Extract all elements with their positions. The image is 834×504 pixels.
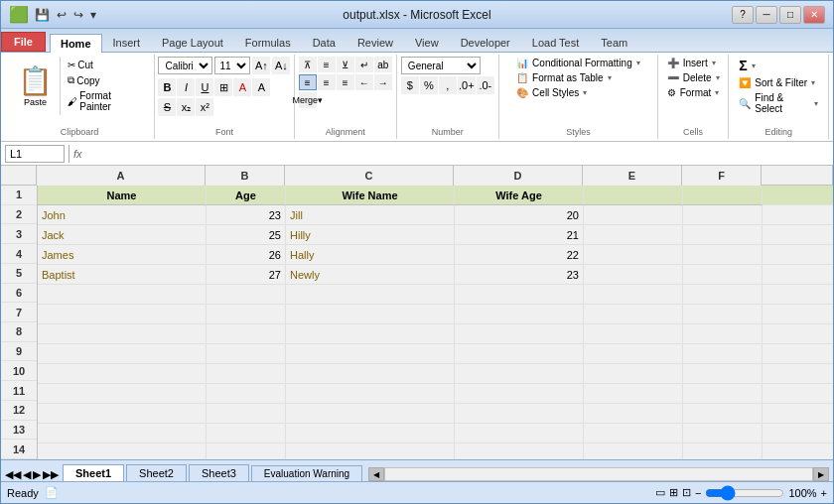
cell-c7[interactable]: [286, 305, 455, 324]
cell-f1[interactable]: [683, 186, 763, 205]
italic-button[interactable]: I: [177, 78, 195, 96]
tab-review[interactable]: Review: [347, 33, 404, 52]
cell-e5[interactable]: [584, 265, 683, 285]
cell-d11[interactable]: [455, 384, 584, 404]
cell-b8[interactable]: [207, 324, 286, 344]
cell-e10[interactable]: [584, 364, 683, 384]
currency-button[interactable]: $: [401, 76, 419, 94]
cell-e11[interactable]: [584, 384, 683, 404]
row-num-1[interactable]: 1: [1, 186, 37, 205]
superscript-button[interactable]: x²: [196, 98, 213, 116]
row-num-3[interactable]: 3: [1, 224, 37, 244]
cell-c9[interactable]: [286, 344, 455, 364]
font-family-select[interactable]: Calibri: [158, 57, 212, 74]
underline-button[interactable]: U: [196, 78, 213, 96]
col-header-c[interactable]: C: [285, 166, 454, 186]
cell-b11[interactable]: [207, 384, 286, 404]
sort-filter-button[interactable]: 🔽 Sort & Filter ▾: [735, 76, 819, 89]
row-num-2[interactable]: 2: [1, 205, 37, 225]
cell-a12[interactable]: [38, 404, 207, 424]
percent-button[interactable]: %: [420, 76, 438, 94]
customize-icon[interactable]: ▾: [88, 7, 98, 23]
cut-button[interactable]: ✂ Cut: [65, 59, 144, 71]
cell-f12[interactable]: [683, 404, 763, 424]
format-table-button[interactable]: 📋 Format as Table ▾: [512, 71, 616, 84]
format-painter-button[interactable]: 🖌 Format Painter: [65, 89, 144, 113]
find-select-button[interactable]: 🔍 Find & Select ▾: [735, 91, 822, 115]
formula-input[interactable]: [86, 145, 829, 163]
cell-c4[interactable]: Hally: [286, 245, 455, 265]
decrease-font-button[interactable]: A↓: [272, 57, 290, 74]
sheet-nav-prev[interactable]: ◀: [23, 468, 31, 481]
subscript-button[interactable]: x₂: [177, 98, 195, 116]
font-color-button[interactable]: A: [252, 78, 270, 96]
tab-data[interactable]: Data: [302, 33, 347, 52]
orientation-button[interactable]: ab: [374, 57, 392, 72]
cell-e6[interactable]: [584, 285, 683, 305]
cell-c5[interactable]: Newly: [286, 265, 455, 285]
align-left-button[interactable]: ≡: [299, 74, 317, 90]
cell-a10[interactable]: [38, 364, 207, 384]
cell-f4[interactable]: [683, 245, 763, 265]
cell-d1[interactable]: Wife Age: [455, 186, 584, 205]
align-bottom-button[interactable]: ⊻: [337, 57, 354, 72]
scroll-track[interactable]: [384, 467, 813, 481]
cell-b13[interactable]: [207, 424, 286, 443]
cell-f13[interactable]: [683, 424, 763, 443]
cell-c10[interactable]: [286, 364, 455, 384]
row-num-6[interactable]: 6: [1, 284, 37, 304]
cell-f9[interactable]: [683, 344, 763, 364]
cell-d10[interactable]: [455, 364, 584, 384]
scroll-left-button[interactable]: ◀: [368, 467, 384, 481]
row-num-5[interactable]: 5: [1, 264, 37, 284]
sheet-nav-first[interactable]: ◀◀: [5, 468, 21, 481]
align-center-button[interactable]: ≡: [318, 74, 336, 90]
cell-e13[interactable]: [584, 424, 683, 443]
zoom-in-button[interactable]: +: [821, 487, 827, 499]
align-middle-button[interactable]: ≡: [318, 57, 336, 72]
merge-button[interactable]: Merge▾: [299, 92, 317, 108]
redo-icon[interactable]: ↪: [71, 7, 85, 23]
cell-f7[interactable]: [683, 305, 763, 324]
insert-button[interactable]: ➕ Insert ▾: [663, 57, 720, 69]
tab-file[interactable]: File: [1, 32, 46, 52]
zoom-slider[interactable]: [705, 485, 784, 501]
border-button[interactable]: ⊞: [214, 78, 232, 96]
number-format-select[interactable]: General: [401, 57, 481, 74]
col-header-e[interactable]: E: [583, 166, 682, 186]
cell-c11[interactable]: [286, 384, 455, 404]
cell-e4[interactable]: [584, 245, 683, 265]
increase-font-button[interactable]: A↑: [252, 57, 270, 74]
wrap-text-button[interactable]: ↵: [355, 57, 373, 72]
sheet-tab-sheet2[interactable]: Sheet2: [126, 464, 187, 481]
minimize-button[interactable]: ─: [756, 6, 777, 24]
tab-team[interactable]: Team: [590, 33, 638, 52]
sheet-tab-evaluation-warning[interactable]: Evaluation Warning: [251, 465, 362, 481]
row-num-10[interactable]: 10: [1, 361, 37, 381]
sum-button[interactable]: Σ ▾: [735, 57, 759, 74]
row-num-8[interactable]: 8: [1, 322, 37, 342]
indent-increase-button[interactable]: →: [374, 74, 392, 90]
row-num-14[interactable]: 14: [1, 440, 37, 459]
cell-b12[interactable]: [207, 404, 286, 424]
cell-e12[interactable]: [584, 404, 683, 424]
cell-e8[interactable]: [584, 324, 683, 344]
row-num-13[interactable]: 13: [1, 421, 37, 441]
cell-a4[interactable]: James: [38, 245, 207, 265]
view-page-break-icon[interactable]: ⊡: [682, 486, 691, 499]
cell-d8[interactable]: [455, 324, 584, 344]
cell-a14[interactable]: [38, 443, 207, 459]
cell-b3[interactable]: 25: [207, 225, 286, 245]
undo-icon[interactable]: ↩: [55, 7, 69, 23]
cell-e1[interactable]: [584, 186, 683, 205]
bold-button[interactable]: B: [158, 78, 176, 96]
cell-f10[interactable]: [683, 364, 763, 384]
row-num-9[interactable]: 9: [1, 342, 37, 362]
cell-e14[interactable]: [584, 443, 683, 459]
align-right-button[interactable]: ≡: [337, 74, 354, 90]
sheet-nav-last[interactable]: ▶▶: [43, 468, 59, 481]
strikethrough-button[interactable]: S: [158, 98, 176, 116]
scroll-right-button[interactable]: ▶: [813, 467, 829, 481]
cell-c12[interactable]: [286, 404, 455, 424]
cell-a6[interactable]: [38, 285, 207, 305]
